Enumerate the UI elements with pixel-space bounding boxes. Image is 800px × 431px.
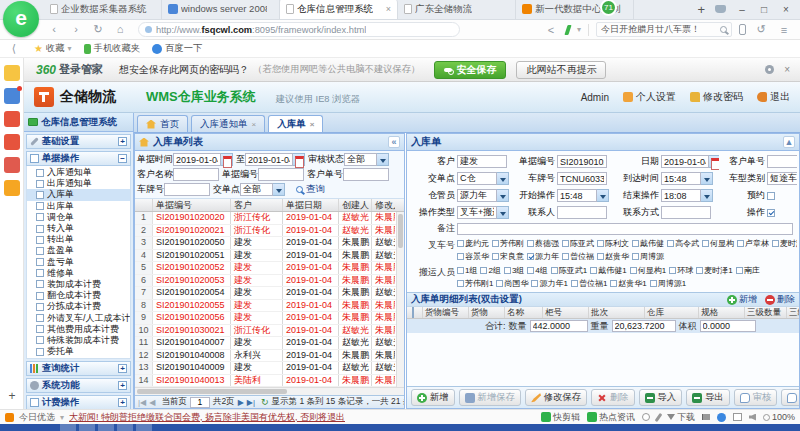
- sidebar-item[interactable]: 特殊装卸成本计费: [27, 335, 130, 346]
- checkbox-item[interactable]: 南庄: [736, 265, 760, 276]
- form-input[interactable]: [240, 183, 273, 196]
- column-header[interactable]: 创建人: [339, 199, 372, 211]
- table-row[interactable]: 11 SI201901040007 建发 2019-01-04 赵敏光 赵敏光: [135, 337, 404, 350]
- share-icon[interactable]: <: [543, 24, 559, 36]
- browser-tab[interactable]: windows server 2008 显示隐: [162, 0, 280, 19]
- sidebar-item[interactable]: 外请叉车/人工成本计费: [27, 312, 130, 323]
- gift-icon[interactable]: [5, 413, 14, 422]
- sidebar-item[interactable]: 分拣成本计费: [27, 301, 130, 312]
- sidebar-item[interactable]: 盘盈单: [27, 245, 130, 256]
- game-icon[interactable]: [4, 157, 20, 173]
- detail-column-header[interactable]: 柜号: [543, 307, 589, 318]
- form-input[interactable]: [173, 153, 221, 166]
- site-info-icon[interactable]: [145, 26, 152, 33]
- dropdown-icon[interactable]: [497, 172, 509, 185]
- checkbox-icon[interactable]: [36, 236, 44, 244]
- table-row[interactable]: 5 SI201901020052 建发 2019-01-04 朱晨鹏 朱晨鹏: [135, 262, 404, 275]
- first-page-icon[interactable]: |◀: [138, 398, 146, 407]
- browser-logo-icon[interactable]: e: [3, 1, 39, 37]
- checkbox-item[interactable]: 陈利文: [597, 238, 629, 249]
- form-input[interactable]: [343, 168, 389, 181]
- new-tab-button[interactable]: +: [697, 2, 705, 17]
- column-header[interactable]: 客户: [231, 199, 283, 211]
- sidebar-item[interactable]: 入库单: [27, 189, 130, 200]
- checkbox-item[interactable]: 芳伟刚: [492, 238, 524, 249]
- horizontal-scrollbar[interactable]: [135, 387, 404, 395]
- expand-icon[interactable]: +: [118, 398, 127, 407]
- bookmark-item[interactable]: 手机收藏夹: [84, 42, 140, 55]
- detail-column-header[interactable]: 三级数量: [745, 307, 787, 318]
- checkbox-item[interactable]: 麦时泽: [772, 238, 797, 249]
- edit-save-button[interactable]: 修改保存: [525, 389, 587, 406]
- browser-tab[interactable]: 广东全储物流: [398, 0, 516, 19]
- form-input[interactable]: [457, 155, 507, 168]
- status-tool-download[interactable]: 下载: [667, 411, 695, 424]
- checkbox-icon[interactable]: [496, 280, 503, 287]
- table-row[interactable]: 2 SI201901020021 浙江传化 2019-01-04 赵敏光 朱晨鹏: [135, 225, 404, 238]
- status-tool-zoom[interactable]: 100%: [763, 412, 795, 422]
- prev-page-icon[interactable]: ◀: [149, 398, 155, 407]
- checkbox-icon[interactable]: [36, 213, 44, 221]
- add-save-button[interactable]: 新增保存: [459, 389, 521, 406]
- checkbox-item[interactable]: 尚国华: [496, 278, 528, 289]
- checkbox-item[interactable]: 曾位福: [562, 251, 594, 262]
- form-input[interactable]: [457, 189, 497, 202]
- sidebar-item[interactable]: 入库通知单: [27, 167, 130, 178]
- checkbox-item[interactable]: 环球: [669, 265, 693, 276]
- calendar-icon[interactable]: [293, 153, 305, 166]
- browser-tab[interactable]: 仓库信息管理系统 ×: [280, 0, 398, 19]
- checkbox-icon[interactable]: [36, 169, 44, 177]
- expand-icon[interactable]: +: [118, 364, 127, 373]
- checkbox-icon[interactable]: [767, 209, 775, 217]
- checkbox-item[interactable]: 容景华: [457, 251, 489, 262]
- checkbox-icon[interactable]: [504, 267, 511, 274]
- checkbox-icon[interactable]: [36, 247, 44, 255]
- audit-button[interactable]: 审核: [734, 389, 778, 406]
- detail-delete-button[interactable]: 删除: [765, 293, 795, 306]
- table-row[interactable]: 13 SI201901040009 建发 2019-01-04 赵敏光 赵敏光: [135, 362, 404, 375]
- news-link[interactable]: 大新闻! 特朗普拒绝缴联合国会费, 扬言除非美国有优先权, 否则将退出: [69, 411, 345, 424]
- checkbox-icon[interactable]: [36, 258, 44, 266]
- safe-save-button[interactable]: 安全保存: [434, 61, 506, 79]
- refresh-icon[interactable]: ↻: [90, 23, 106, 36]
- checkbox-icon[interactable]: [632, 240, 639, 247]
- taskbar-item[interactable]: [60, 424, 76, 431]
- weight-total-input[interactable]: [612, 320, 676, 332]
- table-row[interactable]: 6 SI201901020053 建发 2019-01-04 朱晨鹏 朱晨鹏: [135, 275, 404, 288]
- checkbox-icon[interactable]: [36, 292, 44, 300]
- checkbox-icon[interactable]: [36, 325, 44, 333]
- dont-remind-button[interactable]: 此网站不再提示: [516, 61, 606, 79]
- sidebar-item[interactable]: 其他费用成本计费: [27, 324, 130, 335]
- checkbox-icon[interactable]: [669, 267, 676, 274]
- checkbox-icon[interactable]: [36, 269, 44, 277]
- table-row[interactable]: 10 SI201901030021 浙江传化 2019-01-04 赵敏光 朱晨…: [135, 325, 404, 338]
- checkbox-icon[interactable]: [632, 253, 639, 260]
- close-window-button[interactable]: ×: [780, 4, 792, 15]
- home-icon[interactable]: ⌂: [112, 23, 128, 36]
- column-header[interactable]: [135, 199, 153, 211]
- form-input[interactable]: [661, 155, 709, 168]
- checkbox-item[interactable]: 戴伟健1: [590, 265, 626, 276]
- column-header[interactable]: 单据编号: [153, 199, 231, 211]
- checkbox-icon[interactable]: [597, 253, 604, 260]
- browser-tab[interactable]: 企业数据采集器系统: [44, 0, 162, 19]
- checkbox-item[interactable]: 卢章林: [737, 238, 769, 249]
- detail-column-header[interactable]: 规格: [699, 307, 745, 318]
- checkbox-icon[interactable]: [527, 240, 534, 247]
- dropdown-icon[interactable]: [497, 189, 509, 202]
- status-tool-clip[interactable]: 快剪辑: [541, 411, 580, 424]
- scrollbar-thumb[interactable]: [398, 214, 403, 248]
- checkbox-item[interactable]: 高令武: [667, 238, 699, 249]
- history-icon[interactable]: ↺: [753, 23, 769, 36]
- sidebar-item[interactable]: 调仓单: [27, 212, 130, 223]
- form-input[interactable]: [173, 168, 219, 181]
- dropdown-icon[interactable]: [701, 172, 713, 185]
- status-tool-news[interactable]: 热点资讯: [587, 411, 635, 424]
- sidebar-item[interactable]: 出库单: [27, 201, 130, 212]
- chevron-down-icon[interactable]: ▾: [577, 25, 581, 34]
- form-input[interactable]: [245, 153, 293, 166]
- collapse-icon[interactable]: −: [118, 154, 127, 163]
- expand-icon[interactable]: +: [118, 137, 127, 146]
- checkbox-icon[interactable]: [36, 225, 44, 233]
- checkbox-item[interactable]: 陈亚武1: [551, 265, 587, 276]
